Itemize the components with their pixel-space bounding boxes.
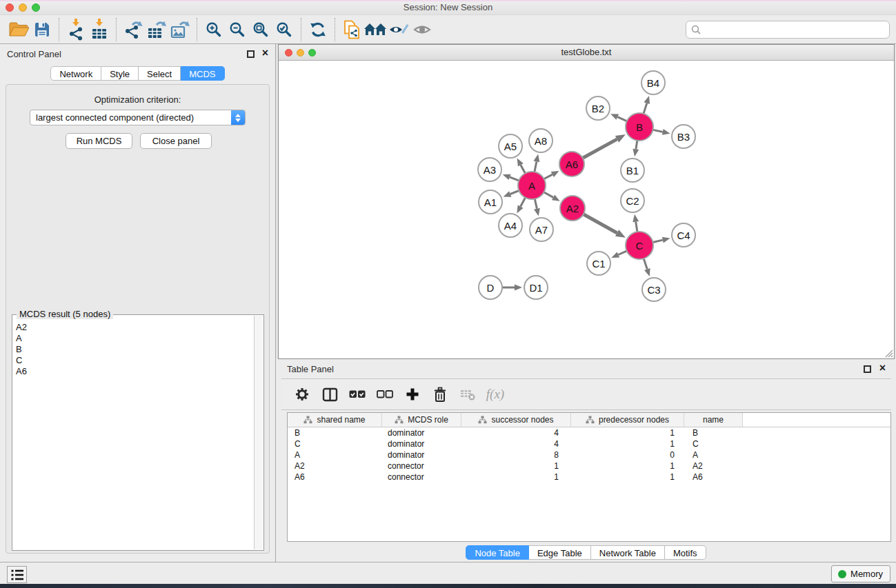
column-header-shared-name[interactable]: shared name [288, 413, 382, 427]
criterion-select[interactable]: largest connected component (directed) [30, 110, 246, 125]
graph-node-B2[interactable]: B2 [586, 96, 610, 121]
graph-node-B[interactable]: B [625, 112, 654, 141]
tab-style[interactable]: Style [101, 66, 139, 81]
tab-network-table[interactable]: Network Table [591, 545, 665, 560]
mcds-list-scrollbar[interactable] [254, 316, 263, 549]
graph-node-A[interactable]: A [517, 171, 546, 200]
cell-mcds-role[interactable]: dominator [382, 450, 461, 460]
function-builder-button[interactable]: f(x) [483, 381, 508, 407]
zoom-window-button[interactable] [32, 3, 40, 12]
tab-mcds[interactable]: MCDS [181, 66, 224, 81]
graph-node-B1[interactable]: B1 [620, 158, 645, 183]
graph-node-A5[interactable]: A5 [498, 134, 523, 159]
run-mcds-button[interactable]: Run MCDS [66, 133, 132, 149]
table-row[interactable]: A2connector11A2 [288, 460, 890, 472]
close-table-panel-icon[interactable]: × [879, 362, 886, 374]
cell-shared-name[interactable]: A [288, 450, 382, 460]
close-network-button[interactable] [285, 49, 292, 57]
cell-name[interactable]: B [684, 428, 743, 438]
column-header-name[interactable]: name [684, 413, 743, 427]
graph-node-D[interactable]: D [478, 275, 503, 300]
mcds-result-item[interactable]: C [13, 355, 254, 366]
copy-documents-button[interactable] [340, 17, 364, 42]
mcds-result-item[interactable]: A2 [13, 322, 254, 333]
tab-node-table[interactable]: Node Table [466, 545, 529, 560]
close-window-button[interactable] [6, 3, 14, 12]
export-image-button[interactable] [168, 17, 192, 42]
cell-name[interactable]: C [684, 439, 743, 449]
import-table-button[interactable] [88, 17, 111, 42]
cell-mcds-role[interactable]: dominator [382, 439, 461, 449]
table-row[interactable]: Cdominator41C [288, 438, 890, 449]
cell-name[interactable]: A6 [684, 472, 743, 482]
cell-shared-name[interactable]: A6 [288, 472, 382, 482]
graph-node-B4[interactable]: B4 [641, 70, 666, 95]
column-header-predecessor-nodes[interactable]: predecessor nodes [571, 413, 684, 427]
mcds-result-item[interactable]: A [13, 333, 254, 344]
minimize-window-button[interactable] [19, 3, 27, 12]
graph-node-A1[interactable]: A1 [478, 190, 503, 214]
table-row[interactable]: Bdominator41B [288, 427, 890, 438]
cell-mcds-role[interactable]: connector [382, 472, 461, 482]
graph-node-D1[interactable]: D1 [524, 275, 548, 300]
graph-node-C2[interactable]: C2 [620, 188, 645, 213]
tab-select[interactable]: Select [139, 66, 181, 81]
cell-predecessor-nodes[interactable]: 1 [571, 461, 684, 471]
cell-shared-name[interactable]: B [288, 428, 382, 438]
tab-edge-table[interactable]: Edge Table [529, 545, 591, 560]
zoom-fit-button[interactable] [249, 17, 272, 42]
column-header-successor-nodes[interactable]: successor nodes [461, 413, 571, 427]
zoom-out-button[interactable] [226, 17, 249, 42]
search-input[interactable] [704, 24, 884, 34]
cell-successor-nodes[interactable]: 4 [461, 428, 571, 438]
column-header-mcds-role[interactable]: MCDS role [382, 413, 461, 427]
cell-name[interactable]: A2 [684, 461, 743, 471]
cell-predecessor-nodes[interactable]: 1 [571, 439, 684, 449]
zoom-in-button[interactable] [202, 17, 226, 42]
split-view-button[interactable] [317, 381, 342, 407]
delete-table-button[interactable] [455, 381, 480, 407]
export-table-button[interactable] [145, 17, 168, 42]
cell-mcds-role[interactable]: dominator [382, 428, 461, 438]
cell-mcds-role[interactable]: connector [382, 461, 461, 471]
table-settings-button[interactable] [290, 381, 315, 407]
delete-column-button[interactable] [428, 381, 452, 407]
export-network-button[interactable] [121, 17, 145, 42]
graph-node-A8[interactable]: A8 [528, 128, 553, 153]
graph-node-A3[interactable]: A3 [477, 157, 502, 182]
home-layout-button[interactable] [364, 17, 387, 42]
cell-successor-nodes[interactable]: 1 [461, 472, 571, 482]
cell-successor-nodes[interactable]: 4 [461, 439, 571, 449]
graph-node-C3[interactable]: C3 [641, 277, 666, 302]
cell-name[interactable]: A [684, 450, 743, 460]
open-session-button[interactable] [7, 17, 30, 42]
memory-button[interactable]: Memory [831, 565, 890, 582]
close-panel-icon[interactable]: × [262, 47, 268, 59]
hide-panel-button[interactable] [387, 17, 410, 42]
create-column-button[interactable] [400, 381, 425, 407]
graph-node-A4[interactable]: A4 [498, 213, 523, 238]
minimize-network-button[interactable] [297, 49, 304, 57]
graph-node-A2[interactable]: A2 [559, 195, 586, 221]
graph-node-B3[interactable]: B3 [671, 124, 696, 149]
zoom-selected-button[interactable] [272, 17, 296, 42]
float-table-panel-icon[interactable] [864, 365, 871, 373]
tab-network[interactable]: Network [50, 66, 101, 81]
float-panel-icon[interactable] [247, 50, 255, 58]
graph-node-C[interactable]: C [625, 231, 654, 260]
tab-motifs[interactable]: Motifs [665, 545, 706, 560]
show-panel-button[interactable] [410, 17, 434, 42]
table-row[interactable]: Adominator80A [288, 449, 890, 460]
select-all-columns-button[interactable] [345, 381, 370, 407]
task-history-button[interactable] [7, 566, 27, 583]
cell-shared-name[interactable]: A2 [288, 461, 382, 471]
resize-grip-icon[interactable] [884, 348, 893, 358]
cell-predecessor-nodes[interactable]: 1 [571, 472, 684, 482]
deselect-all-columns-button[interactable] [372, 381, 397, 407]
graph-node-C1[interactable]: C1 [586, 251, 611, 276]
cell-predecessor-nodes[interactable]: 0 [571, 450, 684, 460]
graph-node-A7[interactable]: A7 [529, 217, 554, 242]
graph-node-A6[interactable]: A6 [559, 151, 585, 177]
table-row[interactable]: A6connector11A6 [288, 472, 890, 483]
mcds-result-item[interactable]: B [13, 344, 254, 355]
